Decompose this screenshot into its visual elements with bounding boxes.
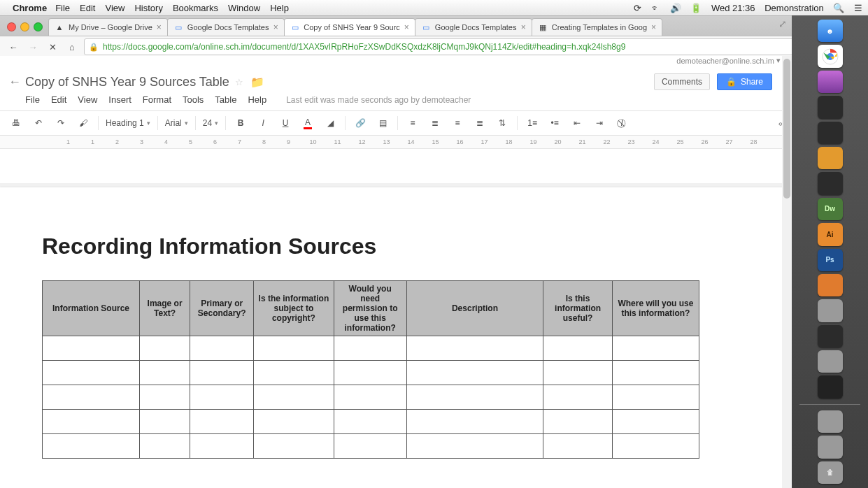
last-edit-info[interactable]: Last edit was made seconds ago by demote…	[286, 95, 471, 105]
tab-templates-2[interactable]: ▭ Google Docs Templates ×	[415, 18, 532, 36]
share-button[interactable]: 🔒 Share	[717, 73, 772, 90]
table-cell[interactable]	[190, 361, 254, 385]
table-cell[interactable]	[139, 361, 190, 385]
move-to-folder-icon[interactable]: 📁	[250, 76, 264, 89]
tab-close-icon[interactable]: ×	[404, 22, 409, 32]
table-cell[interactable]	[254, 410, 334, 434]
tab-document[interactable]: ▭ Copy of SNHS Year 9 Sourc ×	[284, 18, 415, 36]
highlight-color-icon[interactable]: ◢	[322, 115, 338, 131]
window-minimize-icon[interactable]	[20, 22, 29, 31]
notification-center-icon[interactable]: ☰	[854, 3, 862, 13]
table-cell[interactable]	[139, 385, 190, 410]
table-cell[interactable]	[190, 336, 254, 361]
table-cell[interactable]	[612, 434, 699, 459]
bold-icon[interactable]: B	[233, 115, 248, 131]
align-justify-icon[interactable]: ≣	[472, 115, 488, 131]
table-row[interactable]	[43, 361, 699, 385]
app-dark-icon[interactable]	[818, 172, 843, 194]
redo-icon[interactable]: ↷	[53, 115, 69, 131]
tab-close-icon[interactable]: ×	[273, 22, 278, 32]
print-icon[interactable]: 🖶	[8, 115, 24, 131]
account-caret-icon[interactable]: ▾	[776, 56, 781, 65]
font-family-select[interactable]: Arial▾	[165, 118, 188, 128]
table-cell[interactable]	[334, 361, 406, 385]
window-close-icon[interactable]	[7, 22, 16, 31]
dreamweaver-icon[interactable]: Dw	[818, 198, 843, 220]
table-cell[interactable]	[139, 410, 190, 434]
app-gray-icon[interactable]	[818, 299, 843, 322]
col-image-or-text[interactable]: Image or Text?	[139, 281, 190, 336]
col-primary-secondary[interactable]: Primary or Secondary?	[190, 281, 254, 336]
menu-window[interactable]: Window	[228, 3, 260, 13]
table-cell[interactable]	[612, 336, 699, 361]
stop-button[interactable]: ✕	[45, 39, 60, 55]
back-to-docs-icon[interactable]: ←	[8, 75, 21, 89]
menu-help[interactable]: Help	[248, 94, 266, 105]
col-where-use[interactable]: Where will you use this information?	[612, 281, 699, 336]
menu-edit[interactable]: Edit	[80, 3, 95, 13]
table-cell[interactable]	[190, 410, 254, 434]
table-cell[interactable]	[254, 434, 334, 459]
col-information-source[interactable]: Information Source	[43, 281, 140, 336]
document-title[interactable]: Copy of SNHS Year 9 Sources Table	[25, 75, 229, 89]
page[interactable]: Recording Information Sources Informatio…	[0, 187, 792, 488]
home-button[interactable]: ⌂	[64, 39, 80, 55]
window-expand-icon[interactable]: ⤢	[778, 18, 787, 29]
tab-close-icon[interactable]: ×	[157, 22, 162, 32]
decrease-indent-icon[interactable]: ⇤	[569, 115, 585, 131]
text-color-icon[interactable]: A	[300, 115, 315, 131]
ruler[interactable]: 1123456789101112131415161718192021222324…	[0, 136, 792, 149]
font-size-select[interactable]: 24▾	[203, 118, 218, 128]
active-app-name[interactable]: Chrome	[13, 3, 47, 13]
menu-file[interactable]: File	[55, 3, 70, 13]
finder-icon[interactable]: ☻	[818, 20, 843, 42]
menu-view[interactable]: View	[78, 94, 97, 105]
sources-table[interactable]: Information Source Image or Text? Primar…	[42, 280, 699, 459]
table-cell[interactable]	[254, 385, 334, 410]
table-cell[interactable]	[406, 385, 543, 410]
table-cell[interactable]	[139, 336, 190, 361]
blender-icon[interactable]	[818, 274, 843, 296]
table-cell[interactable]	[190, 385, 254, 410]
menu-view[interactable]: View	[105, 3, 124, 13]
table-cell[interactable]	[334, 385, 406, 410]
tab-creating-templates[interactable]: ▦ Creating Templates in Goog ×	[532, 18, 662, 36]
forward-button[interactable]: →	[25, 39, 41, 55]
document-heading[interactable]: Recording Information Sources	[42, 234, 762, 259]
paragraph-style-select[interactable]: Heading 1▾	[106, 118, 150, 128]
menu-table[interactable]: Table	[215, 94, 236, 105]
table-cell[interactable]	[543, 434, 612, 459]
table-cell[interactable]	[612, 410, 699, 434]
battery-icon[interactable]: 🔋	[690, 3, 702, 13]
align-left-icon[interactable]: ≡	[405, 115, 420, 131]
table-cell[interactable]	[406, 361, 543, 385]
table-cell[interactable]	[254, 336, 334, 361]
table-cell[interactable]	[43, 410, 140, 434]
chrome-icon[interactable]	[818, 45, 843, 67]
clear-formatting-icon[interactable]: I⃠	[614, 115, 629, 131]
paint-format-icon[interactable]: 🖌	[76, 115, 91, 131]
document-canvas[interactable]: Recording Information Sources Informatio…	[0, 183, 792, 488]
table-cell[interactable]	[334, 410, 406, 434]
photoshop-icon[interactable]: Ps	[818, 249, 843, 271]
app-black-icon[interactable]	[818, 375, 843, 398]
col-permission[interactable]: Would you need permission to use this in…	[334, 281, 406, 336]
user-menu[interactable]: Demonstration	[764, 3, 824, 13]
app-purple-icon[interactable]	[818, 71, 843, 93]
spotlight-icon[interactable]: 🔍	[833, 3, 844, 13]
illustrator-icon[interactable]: Ai	[818, 223, 843, 245]
table-cell[interactable]	[190, 434, 254, 459]
table-cell[interactable]	[139, 434, 190, 459]
vertical-scrollbar[interactable]	[782, 56, 792, 488]
tab-templates-1[interactable]: ▭ Google Docs Templates ×	[167, 18, 285, 36]
app-gray-icon[interactable]	[818, 410, 843, 433]
underline-icon[interactable]: U	[278, 115, 293, 131]
volume-icon[interactable]: 🔊	[670, 3, 681, 13]
wifi-icon[interactable]: ᯤ	[651, 3, 660, 13]
table-cell[interactable]	[43, 361, 140, 385]
numbered-list-icon[interactable]: 1≡	[525, 115, 540, 131]
undo-icon[interactable]: ↶	[31, 115, 46, 131]
trash-icon[interactable]: 🗑	[818, 461, 843, 484]
sync-icon[interactable]: ⟳	[634, 3, 641, 13]
menu-help[interactable]: Help	[270, 3, 289, 13]
